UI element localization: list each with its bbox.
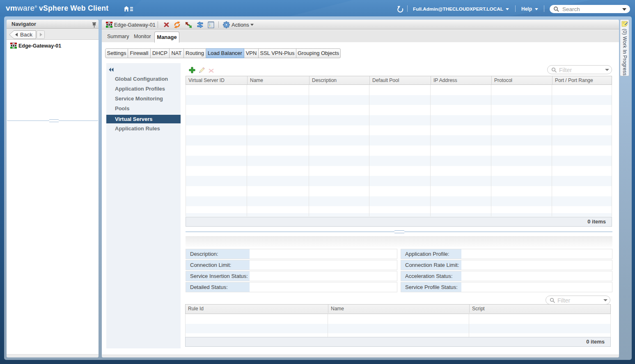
svg-text:Back: Back xyxy=(20,32,32,38)
